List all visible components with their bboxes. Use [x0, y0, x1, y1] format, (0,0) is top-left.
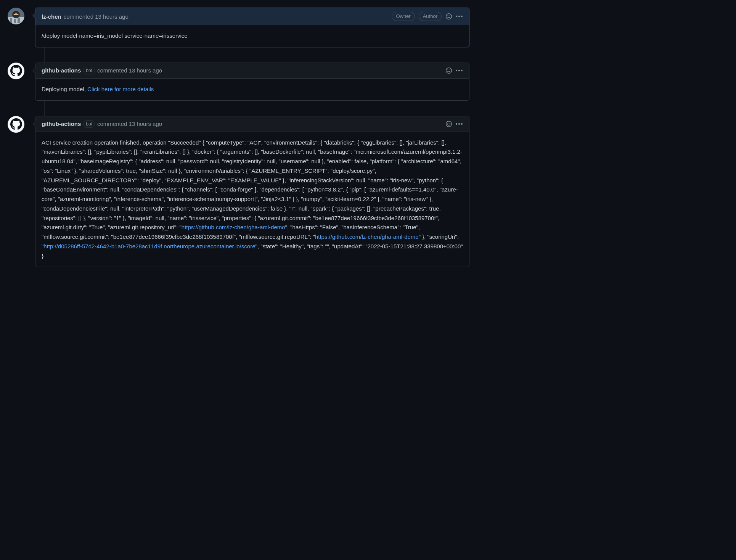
bot-badge: bot	[83, 67, 95, 74]
comment-item: github-actions bot commented 13 hours ag…	[35, 63, 469, 101]
svg-point-9	[446, 68, 452, 73]
user-avatar-icon	[8, 8, 24, 24]
author-link[interactable]: github-actions	[42, 67, 81, 74]
svg-point-14	[450, 123, 450, 124]
svg-rect-3	[14, 19, 16, 23]
comment-body: Deploying model, Click here for more det…	[35, 79, 469, 100]
body-text: Deploying model,	[42, 86, 87, 92]
emoji-icon[interactable]	[445, 67, 452, 74]
comment-caret-icon	[32, 121, 35, 127]
repo-link[interactable]: https://github.com/lz-chen/gha-aml-demo	[315, 233, 419, 240]
avatar[interactable]	[8, 8, 24, 24]
svg-point-12	[446, 121, 452, 127]
comment-meta: lz-chen commented 13 hours ago	[42, 13, 129, 20]
repo-link[interactable]: https://github.com/lz-chen/gha-aml-demo	[182, 224, 285, 230]
owner-badge: Owner	[392, 12, 415, 21]
svg-rect-2	[10, 18, 12, 23]
comment-time: commented 13 hours ago	[97, 121, 162, 127]
comment-header: github-actions bot commented 13 hours ag…	[35, 116, 469, 132]
emoji-icon[interactable]	[445, 13, 452, 20]
comment-time: commented 13 hours ago	[64, 13, 129, 20]
bot-badge: bot	[83, 120, 95, 128]
comment-actions: Owner Author •••	[392, 12, 463, 21]
details-link[interactable]: Click here for more details	[87, 86, 154, 92]
svg-point-10	[447, 69, 448, 70]
author-badge: Author	[419, 12, 442, 21]
kebab-icon[interactable]: •••	[456, 121, 463, 127]
comment-caret-icon	[32, 68, 35, 74]
github-icon	[10, 118, 22, 130]
author-link[interactable]: lz-chen	[42, 13, 61, 20]
comment-header: lz-chen commented 13 hours ago Owner Aut…	[35, 8, 469, 25]
comment-actions: •••	[445, 121, 463, 127]
comment-body: /deploy model-name=iris_model service-na…	[35, 25, 469, 47]
comment-meta: github-actions bot commented 13 hours ag…	[42, 67, 162, 74]
svg-point-6	[446, 14, 452, 19]
comment-header: github-actions bot commented 13 hours ag…	[35, 63, 469, 79]
comment-item: github-actions bot commented 13 hours ag…	[35, 116, 469, 267]
svg-point-7	[447, 15, 448, 16]
kebab-icon[interactable]: •••	[456, 13, 463, 20]
avatar[interactable]	[8, 63, 24, 79]
comment-box: github-actions bot commented 13 hours ag…	[35, 63, 469, 101]
svg-point-8	[450, 15, 450, 16]
emoji-icon[interactable]	[445, 121, 452, 127]
scoring-uri-link[interactable]: http://d05286ff-57d2-4642-b1a0-7be28ac11…	[43, 243, 255, 249]
github-icon	[10, 65, 22, 77]
comment-box: lz-chen commented 13 hours ago Owner Aut…	[35, 8, 469, 47]
kebab-icon[interactable]: •••	[456, 67, 463, 74]
comment-actions: •••	[445, 67, 463, 74]
comment-box: github-actions bot commented 13 hours ag…	[35, 116, 469, 267]
comment-body: ACI service creation operation finished,…	[35, 132, 469, 267]
timeline: lz-chen commented 13 hours ago Owner Aut…	[8, 8, 469, 267]
comment-caret-icon	[32, 13, 35, 19]
body-text: ACI service creation operation finished,…	[42, 139, 462, 231]
svg-rect-4	[18, 18, 20, 23]
comment-item: lz-chen commented 13 hours ago Owner Aut…	[35, 8, 469, 47]
author-link[interactable]: github-actions	[42, 121, 81, 127]
comment-meta: github-actions bot commented 13 hours ag…	[42, 120, 162, 128]
svg-point-11	[450, 69, 450, 70]
comment-time: commented 13 hours ago	[97, 67, 162, 74]
svg-point-13	[447, 123, 448, 124]
avatar[interactable]	[8, 116, 24, 133]
